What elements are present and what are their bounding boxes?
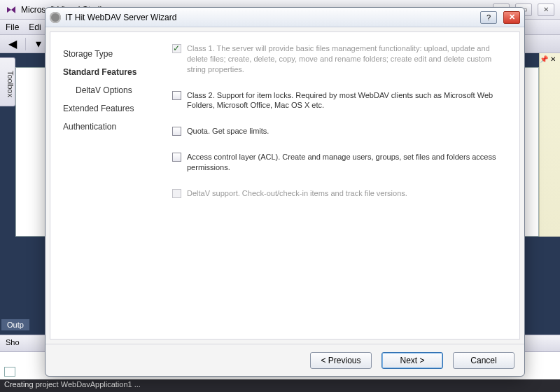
nav-deltav-options[interactable]: DeltaV Options: [63, 81, 161, 99]
checkbox-quota[interactable]: [172, 127, 181, 136]
wizard-close-button[interactable]: ✕: [503, 11, 520, 24]
label-acl: Access control layer (ACL). Create and m…: [187, 152, 507, 173]
output-panel-icon[interactable]: [4, 367, 15, 377]
toolbox-tab[interactable]: Toolbox: [0, 57, 15, 106]
nav-storage-type[interactable]: Storage Type: [63, 45, 161, 63]
wizard-nav: Storage Type Standard Features DeltaV Op…: [50, 32, 169, 339]
label-deltav: DeltaV support. Check-out/check-in items…: [187, 188, 407, 199]
nav-authentication[interactable]: Authentication: [63, 118, 161, 136]
status-text: Creating project WebDavApplication1 ...: [4, 380, 141, 388]
cancel-button[interactable]: Cancel: [453, 352, 514, 369]
menu-file[interactable]: File: [6, 22, 19, 32]
menu-edit[interactable]: Edi: [29, 22, 41, 32]
output-show-label: Sho: [6, 338, 20, 346]
nav-standard-features[interactable]: Standard Features: [63, 63, 161, 81]
option-quota: Quota. Get space limits.: [172, 126, 507, 136]
visual-studio-logo-icon: [6, 4, 17, 15]
option-class2: Class 2. Support for item locks. Require…: [172, 90, 507, 111]
checkbox-deltav: [172, 189, 181, 198]
output-panel-tab[interactable]: Outp: [1, 319, 29, 330]
checkbox-class2[interactable]: [172, 91, 181, 100]
label-class1: Class 1. The server will provide basic f…: [187, 43, 507, 75]
label-class2: Class 2. Support for item locks. Require…: [187, 90, 507, 111]
wizard-body: Storage Type Standard Features DeltaV Op…: [50, 31, 520, 340]
next-button[interactable]: Next >: [382, 352, 443, 369]
option-acl: Access control layer (ACL). Create and m…: [172, 152, 507, 173]
toolbar-back-button[interactable]: ◀: [4, 37, 21, 51]
wizard-title-text: IT Hit WebDAV Server Wizard: [65, 13, 176, 22]
checkbox-class1: [172, 44, 181, 53]
wizard-dialog: IT Hit WebDAV Server Wizard ? ✕ Storage …: [45, 7, 525, 377]
wizard-content: Class 1. The server will provide basic f…: [169, 32, 519, 339]
pin-icon[interactable]: 📌 ✕: [540, 55, 556, 63]
checkbox-acl[interactable]: [172, 153, 181, 162]
wizard-footer: < Previous Next > Cancel: [46, 344, 524, 376]
wizard-help-button[interactable]: ?: [480, 11, 497, 24]
gear-icon: [50, 12, 61, 23]
vs-close-button[interactable]: ✕: [538, 4, 554, 16]
right-docked-pane: 📌 ✕: [539, 53, 560, 237]
option-deltav: DeltaV support. Check-out/check-in items…: [172, 188, 507, 199]
previous-button[interactable]: < Previous: [310, 352, 372, 369]
option-class1: Class 1. The server will provide basic f…: [172, 43, 507, 75]
wizard-titlebar: IT Hit WebDAV Server Wizard ? ✕: [46, 8, 524, 27]
status-bar: Creating project WebDavApplication1 ...: [0, 379, 560, 392]
nav-extended-features[interactable]: Extended Features: [63, 99, 161, 118]
label-quota: Quota. Get space limits.: [187, 126, 269, 136]
